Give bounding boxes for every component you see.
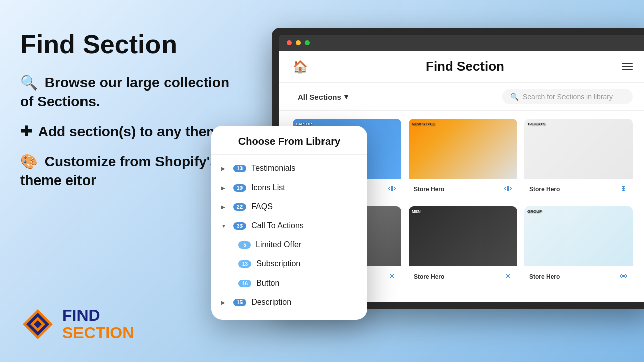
- feature-browse-text: 🔍 Browse our large collection of Section…: [20, 74, 231, 111]
- list-item-call-to-actions[interactable]: ▼ 33 Call To Actions: [211, 216, 367, 235]
- count-badge: 15: [233, 299, 246, 306]
- item-label: Testimonials: [251, 164, 357, 173]
- list-item-description[interactable]: ▶ 15 Description: [211, 293, 367, 312]
- feature-customize-text: 🎨 Customize from Shopify's theme eitor: [20, 153, 231, 190]
- eye-icon[interactable]: 👁: [620, 272, 628, 281]
- maximize-dot: [305, 40, 310, 45]
- count-badge: 13: [238, 260, 251, 268]
- list-item[interactable]: ▶ 13 Testimonials: [211, 159, 367, 178]
- search-icon: 🔍: [510, 93, 519, 101]
- card-footer: Store Hero 👁: [524, 266, 633, 287]
- left-panel: Find Section 🔍 Browse our large collecti…: [20, 30, 231, 202]
- feature-add-text: ✚ Add section(s) to any theme.: [20, 123, 231, 141]
- sub-item-label: Subscription: [256, 259, 357, 268]
- chevron-down-icon: ▾: [344, 92, 348, 101]
- library-popup: Choose From Library ▶ 13 Testimonials ▶ …: [211, 126, 367, 320]
- count-badge: 10: [233, 184, 246, 192]
- chevron-right-icon: ▶: [221, 166, 228, 171]
- chevron-right-icon: ▶: [221, 185, 228, 191]
- app-toolbar: All Sections ▾ 🔍 Search for Sections in …: [279, 83, 644, 111]
- table-row: GROUP Store Hero 👁: [524, 206, 633, 287]
- card-thumbnail: NEW STYLE: [409, 119, 517, 179]
- card-footer: Store Hero 👁: [409, 179, 517, 199]
- logo-section: SECTION: [62, 324, 134, 342]
- eye-icon[interactable]: 👁: [388, 272, 396, 281]
- browser-topbar: [279, 35, 644, 51]
- feature-customize: 🎨 Customize from Shopify's theme eitor: [20, 153, 231, 190]
- eye-icon[interactable]: 👁: [388, 185, 396, 194]
- card-label: Store Hero: [529, 273, 560, 280]
- card-footer: Store Hero 👁: [409, 266, 517, 287]
- all-sections-button[interactable]: All Sections ▾: [293, 89, 353, 104]
- item-label: Call To Actions: [251, 221, 357, 230]
- count-badge: 13: [233, 165, 246, 172]
- count-badge: 16: [238, 280, 251, 287]
- logo-container: FIND SECTION: [20, 307, 134, 342]
- feature-add: ✚ Add section(s) to any theme.: [20, 123, 231, 141]
- menu-icon[interactable]: [622, 63, 633, 71]
- search-icon: 🔍: [20, 75, 38, 90]
- table-row: MEN Store Hero 👁: [409, 206, 517, 287]
- card-thumbnail: MEN: [409, 206, 517, 266]
- sub-item-label: Button: [256, 279, 357, 288]
- table-row: T-SHIRTS Store Hero 👁: [524, 119, 633, 199]
- count-badge: 5: [238, 241, 251, 249]
- search-bar[interactable]: 🔍 Search for Sections in library: [502, 89, 633, 104]
- list-item[interactable]: ▶ 10 Icons List: [211, 178, 367, 197]
- page-title: Find Section: [20, 30, 231, 59]
- count-badge: 22: [233, 203, 246, 211]
- card-thumbnail: GROUP: [524, 206, 633, 266]
- list-item[interactable]: ▶ 22 FAQS: [211, 197, 367, 216]
- feature-browse: 🔍 Browse our large collection of Section…: [20, 74, 231, 111]
- list-item-limited-offer[interactable]: 5 Limited Offer: [211, 235, 367, 254]
- logo-diamond-icon: [20, 307, 55, 342]
- eye-icon[interactable]: 👁: [620, 185, 628, 194]
- app-header: 🏠 Find Section: [279, 51, 644, 83]
- chevron-right-icon: ▶: [221, 204, 228, 210]
- card-label: Store Hero: [414, 273, 444, 280]
- library-list: ▶ 13 Testimonials ▶ 10 Icons List ▶ 22 F…: [211, 155, 367, 320]
- popup-header: Choose From Library: [211, 126, 367, 155]
- minimize-dot: [296, 40, 301, 45]
- list-item-button[interactable]: 16 Button: [211, 274, 367, 293]
- item-label: Icons List: [251, 183, 357, 192]
- app-title: Find Section: [426, 59, 504, 74]
- eye-icon[interactable]: 👁: [504, 272, 512, 281]
- palette-icon: 🎨: [20, 154, 38, 169]
- count-badge: 33: [233, 222, 246, 230]
- list-item-subscription[interactable]: 13 Subscription: [211, 254, 367, 274]
- table-row: NEW STYLE Store Hero 👁: [409, 119, 517, 199]
- home-icon[interactable]: 🏠: [293, 60, 308, 74]
- logo-text: FIND SECTION: [62, 307, 134, 342]
- plus-icon: ✚: [20, 124, 32, 139]
- item-label: FAQS: [251, 202, 357, 211]
- chevron-down-icon: ▼: [221, 223, 228, 229]
- item-label: Description: [251, 298, 357, 307]
- logo-find: FIND: [62, 307, 134, 324]
- card-thumbnail: T-SHIRTS: [524, 119, 633, 179]
- sub-item-label: Limited Offer: [256, 240, 357, 249]
- card-label: Store Hero: [414, 186, 444, 193]
- eye-icon[interactable]: 👁: [504, 185, 512, 194]
- card-footer: Store Hero 👁: [524, 179, 633, 199]
- card-label: Store Hero: [529, 186, 560, 193]
- chevron-right-icon: ▶: [221, 300, 228, 305]
- close-dot: [287, 40, 292, 45]
- search-placeholder: Search for Sections in library: [523, 93, 613, 101]
